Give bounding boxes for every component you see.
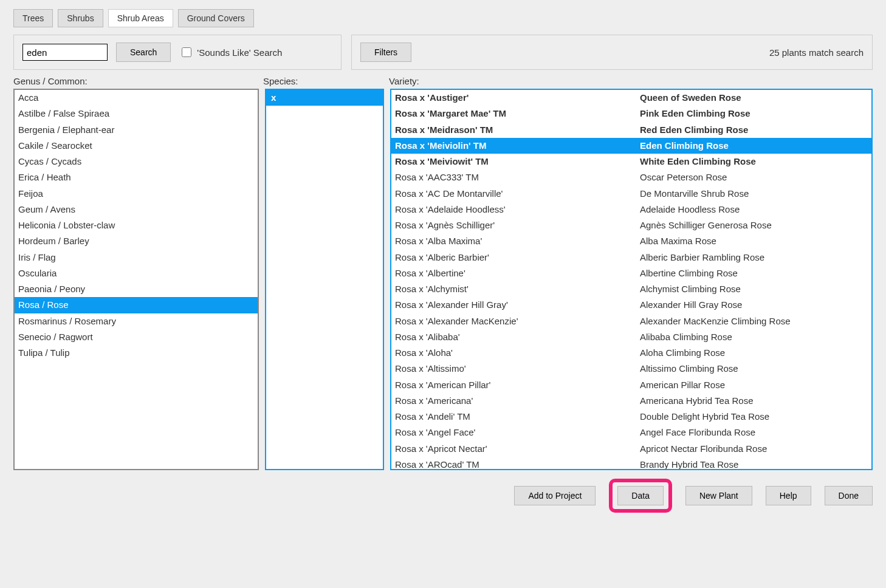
genus-row[interactable]: Acca	[15, 90, 258, 106]
variety-row[interactable]: Rosa x 'Alchymist'Alchymist Climbing Ros…	[391, 281, 871, 297]
variety-row[interactable]: Rosa x 'Alberic Barbier'Alberic Barbier …	[391, 250, 871, 265]
variety-common: Agnès Schilliger Generosa Rose	[640, 219, 868, 231]
variety-row[interactable]: Rosa x 'AROcad' TMBrandy Hybrid Tea Rose	[391, 457, 871, 469]
sounds-like-checkbox[interactable]	[182, 47, 191, 57]
genus-row[interactable]: Paeonia / Peony	[15, 281, 258, 297]
add-to-project-button[interactable]: Add to Project	[514, 486, 596, 505]
variety-common: Americana Hybrid Tea Rose	[640, 395, 868, 407]
variety-row[interactable]: Rosa x 'Alibaba'Alibaba Climbing Rose	[391, 329, 871, 345]
variety-row[interactable]: Rosa x 'AC De Montarville'De Montarville…	[391, 186, 871, 202]
variety-row[interactable]: Rosa x 'Americana'Americana Hybrid Tea R…	[391, 393, 871, 409]
variety-latin: Rosa x 'Meidrason' TM	[395, 124, 640, 136]
variety-latin: Rosa x 'AC De Montarville'	[395, 188, 640, 200]
variety-latin: Rosa x 'Margaret Mae' TM	[395, 108, 640, 120]
genus-row[interactable]: Cycas / Cycads	[15, 154, 258, 169]
variety-common: Red Eden Climbing Rose	[640, 124, 868, 136]
genus-column-label: Genus / Common:	[13, 76, 263, 86]
species-listbox[interactable]: x	[265, 89, 384, 470]
variety-common: Queen of Sweden Rose	[640, 92, 868, 104]
variety-column-label: Variety:	[389, 76, 873, 86]
genus-row[interactable]: Cakile / Searocket	[15, 138, 258, 154]
variety-row[interactable]: Rosa x 'American Pillar'American Pillar …	[391, 377, 871, 393]
variety-row[interactable]: Rosa x 'Meiviowit' TMWhite Eden Climbing…	[391, 154, 871, 169]
variety-latin: Rosa x 'Alibaba'	[395, 331, 640, 343]
variety-row[interactable]: Rosa x 'Apricot Nectar'Apricot Nectar Fl…	[391, 441, 871, 457]
tab-ground-covers[interactable]: Ground Covers	[178, 9, 254, 27]
variety-common: Altissimo Climbing Rose	[640, 363, 868, 375]
tab-shrub-areas[interactable]: Shrub Areas	[108, 9, 173, 27]
variety-common: Alexander MacKenzie Climbing Rose	[640, 315, 868, 327]
variety-common: Pink Eden Climbing Rose	[640, 108, 868, 120]
genus-row[interactable]: Erica / Heath	[15, 169, 258, 185]
filter-panel: Filters 25 plants match search	[351, 35, 873, 70]
variety-latin: Rosa x 'Albertine'	[395, 267, 640, 279]
variety-common: Apricot Nectar Floribunda Rose	[640, 443, 868, 455]
genus-row[interactable]: Feijoa	[15, 186, 258, 202]
variety-latin: Rosa x 'Alba Maxima'	[395, 235, 640, 247]
genus-row[interactable]: Rosmarinus / Rosemary	[15, 313, 258, 329]
new-plant-button[interactable]: New Plant	[685, 486, 752, 505]
genus-row[interactable]: Senecio / Ragwort	[15, 329, 258, 345]
search-panel: Search 'Sounds Like' Search	[13, 35, 342, 70]
genus-row[interactable]: Bergenia / Elephant-ear	[15, 122, 258, 138]
variety-latin: Rosa x 'Alexander Hill Gray'	[395, 299, 640, 311]
variety-common: Adelaide Hoodless Rose	[640, 203, 868, 216]
genus-row[interactable]: Iris / Flag	[15, 250, 258, 265]
tab-shrubs[interactable]: Shrubs	[58, 9, 103, 27]
variety-latin: Rosa x 'Meiviolin' TM	[395, 140, 640, 152]
data-button-highlight: Data	[609, 479, 672, 513]
genus-row[interactable]: Astilbe / False Spiraea	[15, 106, 258, 121]
variety-row[interactable]: Rosa x 'Margaret Mae' TMPink Eden Climbi…	[391, 106, 871, 121]
genus-row[interactable]: Tulipa / Tulip	[15, 345, 258, 361]
variety-row[interactable]: Rosa x 'Meidrason' TMRed Eden Climbing R…	[391, 122, 871, 138]
genus-listbox[interactable]: AccaAstilbe / False SpiraeaBergenia / El…	[13, 89, 259, 470]
variety-row[interactable]: Rosa x 'Aloha'Aloha Climbing Rose	[391, 345, 871, 361]
variety-listbox[interactable]: Rosa x 'Austiger'Queen of Sweden RoseRos…	[390, 89, 873, 470]
variety-common: Alchymist Climbing Rose	[640, 283, 868, 295]
variety-latin: Rosa x 'Aloha'	[395, 347, 640, 359]
search-button[interactable]: Search	[116, 43, 171, 62]
variety-row[interactable]: Rosa x 'Andeli' TMDouble Delight Hybrid …	[391, 409, 871, 425]
variety-common: Alibaba Climbing Rose	[640, 331, 868, 343]
bottom-bar: Add to Project Data New Plant Help Done	[13, 479, 873, 513]
variety-row[interactable]: Rosa x 'Agnès Schilliger'Agnès Schillige…	[391, 217, 871, 233]
sounds-like-checkbox-wrap[interactable]: 'Sounds Like' Search	[179, 46, 282, 59]
variety-common: Albertine Climbing Rose	[640, 267, 868, 279]
species-row[interactable]: x	[266, 90, 383, 106]
variety-common: American Pillar Rose	[640, 379, 868, 391]
genus-row[interactable]: Geum / Avens	[15, 202, 258, 217]
variety-row[interactable]: Rosa x 'Albertine'Albertine Climbing Ros…	[391, 265, 871, 281]
done-button[interactable]: Done	[825, 486, 873, 505]
genus-row[interactable]: Hordeum / Barley	[15, 233, 258, 249]
variety-latin: Rosa x 'Andeli' TM	[395, 411, 640, 423]
variety-row[interactable]: Rosa x 'Angel Face'Angel Face Floribunda…	[391, 425, 871, 440]
lists-container: AccaAstilbe / False SpiraeaBergenia / El…	[13, 89, 873, 470]
toolbar: Search 'Sounds Like' Search Filters 25 p…	[13, 35, 873, 70]
variety-row[interactable]: Rosa x 'Altissimo'Altissimo Climbing Ros…	[391, 361, 871, 377]
genus-row[interactable]: Rosa / Rose	[15, 297, 258, 313]
variety-latin: Rosa x 'Alberic Barbier'	[395, 251, 640, 264]
variety-row[interactable]: Rosa x 'Meiviolin' TMEden Climbing Rose	[391, 138, 871, 154]
variety-row[interactable]: Rosa x 'Alba Maxima'Alba Maxima Rose	[391, 233, 871, 249]
genus-row[interactable]: Heliconia / Lobster-claw	[15, 217, 258, 233]
variety-latin: Rosa x 'Apricot Nectar'	[395, 443, 640, 455]
tab-trees[interactable]: Trees	[13, 9, 53, 27]
variety-row[interactable]: Rosa x 'Alexander Hill Gray'Alexander Hi…	[391, 297, 871, 313]
variety-row[interactable]: Rosa x 'AAC333' TMOscar Peterson Rose	[391, 169, 871, 185]
variety-common: De Montarville Shrub Rose	[640, 188, 868, 200]
column-labels: Genus / Common: Species: Variety:	[13, 76, 873, 86]
search-input[interactable]	[22, 44, 108, 61]
filters-button[interactable]: Filters	[360, 43, 411, 62]
variety-row[interactable]: Rosa x 'Adelaide Hoodless'Adelaide Hoodl…	[391, 202, 871, 217]
variety-row[interactable]: Rosa x 'Alexander MacKenzie'Alexander Ma…	[391, 313, 871, 329]
data-button[interactable]: Data	[617, 486, 664, 505]
species-column-label: Species:	[263, 76, 389, 86]
help-button[interactable]: Help	[766, 486, 811, 505]
variety-common: White Eden Climbing Rose	[640, 156, 868, 168]
match-count-text: 25 plants match search	[769, 47, 864, 58]
variety-common: Brandy Hybrid Tea Rose	[640, 459, 868, 469]
variety-latin: Rosa x 'Alchymist'	[395, 283, 640, 295]
variety-latin: Rosa x 'Austiger'	[395, 92, 640, 104]
variety-row[interactable]: Rosa x 'Austiger'Queen of Sweden Rose	[391, 90, 871, 106]
genus-row[interactable]: Oscularia	[15, 265, 258, 281]
